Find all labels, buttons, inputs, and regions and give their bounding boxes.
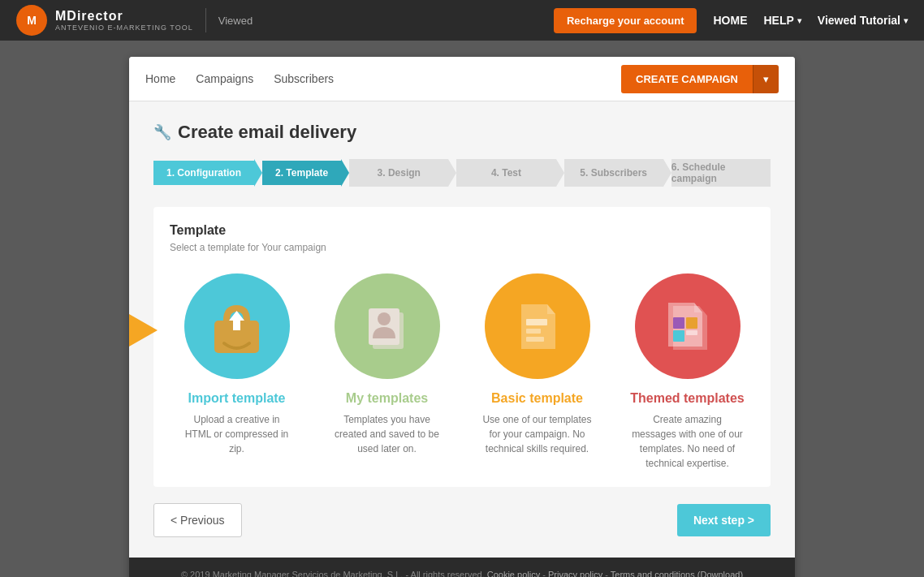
themed-templates-icon-circle <box>635 273 740 379</box>
template-option-my-templates[interactable]: My templates Templates you have created … <box>320 273 454 471</box>
themed-templates-desc: Create amazing messages with one of our … <box>631 412 745 471</box>
logo-text: MDirector ANTEVENIO E-MARKETING TOOL <box>55 9 193 32</box>
template-section-title: Template <box>170 223 754 238</box>
basic-template-icon-circle <box>485 273 590 379</box>
basic-template-title: Basic template <box>491 391 583 406</box>
svg-rect-7 <box>526 329 541 334</box>
themed-templates-icon <box>657 296 718 357</box>
home-nav-link[interactable]: HOME <box>713 14 747 27</box>
step-connector-3 <box>448 159 456 187</box>
template-options: Import template Upload a creative in HTM… <box>170 273 754 471</box>
page-header: 🔧 Create email delivery <box>153 122 771 143</box>
tutorial-chevron-icon: ▾ <box>904 16 908 25</box>
step-subscribers[interactable]: 5. Subscribers <box>564 159 663 187</box>
logo-icon: M <box>16 5 47 36</box>
logo-subtitle: ANTEVENIO E-MARKETING TOOL <box>55 24 193 32</box>
create-campaign-dropdown-button[interactable]: ▾ <box>753 65 779 93</box>
step-configuration[interactable]: 1. Configuration <box>153 161 254 185</box>
nav-right-area: Recharge your account HOME HELP ▾ Viewed… <box>554 8 908 33</box>
svg-rect-11 <box>673 330 684 342</box>
previous-button[interactable]: < Previous <box>153 503 242 537</box>
my-templates-icon <box>356 296 417 357</box>
my-templates-desc: Templates you have created and saved to … <box>330 412 444 456</box>
step-connector-2 <box>341 159 349 187</box>
subnav-home-link[interactable]: Home <box>145 72 175 85</box>
nav-buttons: < Previous Next step > <box>153 503 771 537</box>
sub-nav-links: Home Campaigns Subscribers <box>145 72 621 85</box>
logo-title: MDirector <box>55 9 193 24</box>
basic-template-icon <box>507 296 568 357</box>
help-chevron-icon: ▾ <box>797 16 801 25</box>
footer-text: © 2019 Marketing Manager Servicios de Ma… <box>181 570 485 577</box>
step-test[interactable]: 4. Test <box>456 159 555 187</box>
wrench-icon: 🔧 <box>153 123 171 141</box>
svg-rect-6 <box>526 319 547 325</box>
template-section: Template Select a template for Your camp… <box>153 207 771 487</box>
svg-marker-0 <box>129 298 158 363</box>
my-templates-title: My templates <box>346 391 428 406</box>
import-template-desc: Upload a creative in HTML or compressed … <box>180 412 294 456</box>
app-footer: © 2019 Marketing Manager Servicios de Ma… <box>129 558 795 577</box>
step-design[interactable]: 3. Design <box>349 159 448 187</box>
step-schedule[interactable]: 6. Schedule campaign <box>671 159 771 187</box>
subnav-campaigns-link[interactable]: Campaigns <box>196 72 253 85</box>
page-content: 🔧 Create email delivery 1. Configuration… <box>129 101 795 558</box>
page-title: Create email delivery <box>178 122 356 143</box>
template-option-import[interactable]: Import template Upload a creative in HTM… <box>170 273 304 471</box>
import-template-title: Import template <box>188 391 285 406</box>
themed-templates-title: Themed templates <box>630 391 744 406</box>
nav-divider <box>205 8 206 32</box>
create-campaign-button[interactable]: CREATE CAMPAIGN <box>621 65 753 93</box>
top-navigation: M MDirector ANTEVENIO E-MARKETING TOOL V… <box>0 0 924 41</box>
help-nav-dropdown[interactable]: HELP ▾ <box>763 14 801 27</box>
import-template-icon <box>206 296 267 357</box>
template-section-subtitle: Select a template for Your campaign <box>170 242 754 253</box>
main-wrapper: Home Campaigns Subscribers CREATE CAMPAI… <box>0 41 924 577</box>
arrow-indicator <box>129 298 158 366</box>
svg-rect-10 <box>686 317 697 329</box>
my-templates-icon-circle <box>335 273 440 379</box>
recharge-button[interactable]: Recharge your account <box>554 8 697 33</box>
template-option-basic[interactable]: Basic template Use one of our templates … <box>470 273 604 471</box>
terms-link[interactable]: Terms and conditions (Download) <box>611 570 743 577</box>
svg-point-5 <box>378 312 391 325</box>
step-connector-5 <box>663 159 671 187</box>
sub-navigation: Home Campaigns Subscribers CREATE CAMPAI… <box>129 57 795 101</box>
import-template-icon-circle <box>184 273 290 379</box>
tutorial-nav-dropdown[interactable]: Viewed Tutorial ▾ <box>818 14 908 27</box>
svg-rect-9 <box>673 317 684 329</box>
template-option-themed[interactable]: Themed templates Create amazing messages… <box>620 273 754 471</box>
step-connector-1 <box>254 159 262 187</box>
privacy-policy-link[interactable]: Privacy policy <box>548 570 602 577</box>
app-container: Home Campaigns Subscribers CREATE CAMPAI… <box>129 57 795 577</box>
basic-template-desc: Use one of our templates for your campai… <box>481 412 594 456</box>
step-connector-4 <box>556 159 564 187</box>
steps-bar: 1. Configuration 2. Template 3. Design 4… <box>153 159 771 187</box>
subnav-subscribers-link[interactable]: Subscribers <box>274 72 334 85</box>
cookie-policy-link[interactable]: Cookie policy <box>487 570 540 577</box>
logo-area: M MDirector ANTEVENIO E-MARKETING TOOL <box>16 5 193 36</box>
next-step-button[interactable]: Next step > <box>677 504 771 536</box>
create-campaign-area: CREATE CAMPAIGN ▾ <box>621 65 779 93</box>
nav-viewed-label: Viewed <box>218 15 253 27</box>
step-template[interactable]: 2. Template <box>262 161 341 185</box>
svg-rect-12 <box>686 330 697 335</box>
svg-rect-8 <box>526 337 544 342</box>
